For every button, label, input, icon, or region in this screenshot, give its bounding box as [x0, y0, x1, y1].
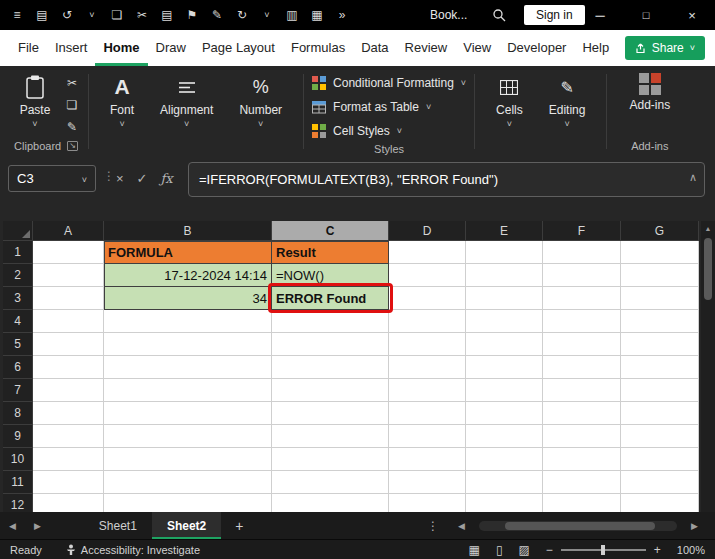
cell-E10[interactable] — [466, 448, 543, 471]
cell-A5[interactable] — [33, 333, 104, 356]
cell-D4[interactable] — [389, 310, 466, 333]
cell-F5[interactable] — [543, 333, 621, 356]
search-icon[interactable] — [492, 8, 506, 26]
cell-F3[interactable] — [543, 287, 621, 310]
sheet-tab-sheet2[interactable]: Sheet2 — [152, 512, 221, 539]
cell-E5[interactable] — [466, 333, 543, 356]
zoom-slider[interactable] — [561, 549, 646, 551]
font-button[interactable]: A Font ˅ — [97, 66, 147, 157]
row-header-12[interactable]: 12 — [3, 494, 33, 512]
copy-icon[interactable]: ❏ — [110, 0, 124, 30]
cell-G2[interactable] — [621, 264, 699, 287]
add-sheet-button[interactable]: + — [221, 518, 257, 534]
cell-C9[interactable] — [272, 425, 389, 448]
page-break-view-icon[interactable]: ▨ — [518, 543, 529, 557]
editing-button[interactable]: ✎ Editing ˅ — [536, 66, 599, 157]
cell-G5[interactable] — [621, 333, 699, 356]
redo-dropdown-icon[interactable]: ˅ — [260, 0, 274, 30]
clipboard-icon[interactable]: ▤ — [160, 0, 174, 30]
cell-D7[interactable] — [389, 379, 466, 402]
horizontal-scrollbar[interactable]: ◀ ▶ — [449, 521, 707, 531]
cell-C4[interactable] — [272, 310, 389, 333]
cell-B2[interactable]: 17-12-2024 14:14 — [104, 264, 272, 287]
tab-view[interactable]: View — [455, 30, 499, 66]
column-header-g[interactable]: G — [621, 221, 699, 241]
row-header-9[interactable]: 9 — [3, 425, 33, 448]
close-button[interactable]: × — [669, 0, 715, 30]
column-header-c[interactable]: C — [272, 221, 389, 241]
zoom-in-icon[interactable]: + — [654, 543, 661, 557]
cell-G9[interactable] — [621, 425, 699, 448]
row-header-2[interactable]: 2 — [3, 264, 33, 287]
overflow-icon[interactable]: » — [335, 0, 349, 30]
column-header-d[interactable]: D — [389, 221, 466, 241]
cell-C7[interactable] — [272, 379, 389, 402]
cell-A8[interactable] — [33, 402, 104, 425]
cell-B4[interactable] — [104, 310, 272, 333]
scroll-up-icon[interactable]: ▲ — [705, 225, 712, 232]
row-header-3[interactable]: 3 — [3, 287, 33, 310]
cell-F8[interactable] — [543, 402, 621, 425]
clipboard-dialog-launcher-icon[interactable]: ↘ — [67, 141, 78, 151]
cell-C10[interactable] — [272, 448, 389, 471]
undo-icon[interactable]: ↺ — [60, 0, 74, 30]
formula-input[interactable]: =IFERROR(FORMULATEXT(B3), "ERROR Found") — [188, 162, 705, 197]
conditional-formatting-button[interactable]: Conditional Formatting ˅ — [312, 71, 466, 95]
alignment-button[interactable]: Alignment ˅ — [147, 66, 226, 157]
cell-E8[interactable] — [466, 402, 543, 425]
printer-icon[interactable]: ▥ — [285, 0, 299, 30]
sheet-tab-sheet1[interactable]: Sheet1 — [84, 512, 152, 539]
column-header-f[interactable]: F — [543, 221, 621, 241]
vertical-scrollbar-thumb[interactable] — [704, 238, 712, 300]
accessibility-checker[interactable]: Accessibility: Investigate — [66, 544, 200, 556]
cell-E6[interactable] — [466, 356, 543, 379]
copy-icon[interactable]: ❏ — [64, 98, 80, 112]
cells-button[interactable]: Cells ˅ — [483, 66, 536, 157]
tab-developer[interactable]: Developer — [499, 30, 574, 66]
cell-D5[interactable] — [389, 333, 466, 356]
column-header-e[interactable]: E — [466, 221, 543, 241]
tab-insert[interactable]: Insert — [47, 30, 96, 66]
vertical-scrollbar[interactable]: ▲ — [701, 221, 715, 512]
format-as-table-button[interactable]: Format as Table ˅ — [312, 95, 466, 119]
tab-file[interactable]: File — [10, 30, 47, 66]
cell-A12[interactable] — [33, 494, 104, 512]
number-button[interactable]: % Number ˅ — [226, 66, 295, 157]
cell-B9[interactable] — [104, 425, 272, 448]
cell-G4[interactable] — [621, 310, 699, 333]
cell-G1[interactable] — [621, 241, 699, 264]
enter-icon[interactable]: ✓ — [137, 171, 148, 186]
cancel-icon[interactable]: × — [116, 171, 124, 186]
cell-B8[interactable] — [104, 402, 272, 425]
page-layout-view-icon[interactable]: ▯ — [496, 543, 503, 557]
cell-F12[interactable] — [543, 494, 621, 512]
row-header-11[interactable]: 11 — [3, 471, 33, 494]
formula-bar-collapse-icon[interactable]: ∧ — [689, 171, 697, 184]
formula-bar-handle[interactable]: ⋮ — [103, 169, 115, 183]
sheet-more-icon[interactable]: ⋮ — [417, 519, 449, 533]
tab-data[interactable]: Data — [353, 30, 396, 66]
cell-E11[interactable] — [466, 471, 543, 494]
select-all-corner[interactable] — [3, 221, 33, 241]
maximize-button[interactable]: □ — [623, 0, 669, 30]
normal-view-icon[interactable]: ▦ — [469, 543, 480, 557]
cell-B6[interactable] — [104, 356, 272, 379]
cell-C5[interactable] — [272, 333, 389, 356]
cell-B10[interactable] — [104, 448, 272, 471]
redo-icon[interactable]: ↻ — [235, 0, 249, 30]
cell-B1[interactable]: FORMULA — [104, 241, 272, 264]
cell-F2[interactable] — [543, 264, 621, 287]
cell-F11[interactable] — [543, 471, 621, 494]
cell-D1[interactable] — [389, 241, 466, 264]
row-header-4[interactable]: 4 — [3, 310, 33, 333]
horizontal-scrollbar-thumb[interactable] — [505, 522, 655, 530]
cell-G7[interactable] — [621, 379, 699, 402]
cell-E7[interactable] — [466, 379, 543, 402]
name-box[interactable]: C3 ˅ — [8, 165, 96, 192]
cell-B12[interactable] — [104, 494, 272, 512]
menu-icon[interactable]: ≡ — [10, 0, 24, 30]
cell-G8[interactable] — [621, 402, 699, 425]
cell-D2[interactable] — [389, 264, 466, 287]
minimize-button[interactable]: ─ — [577, 0, 623, 30]
tab-page-layout[interactable]: Page Layout — [194, 30, 283, 66]
